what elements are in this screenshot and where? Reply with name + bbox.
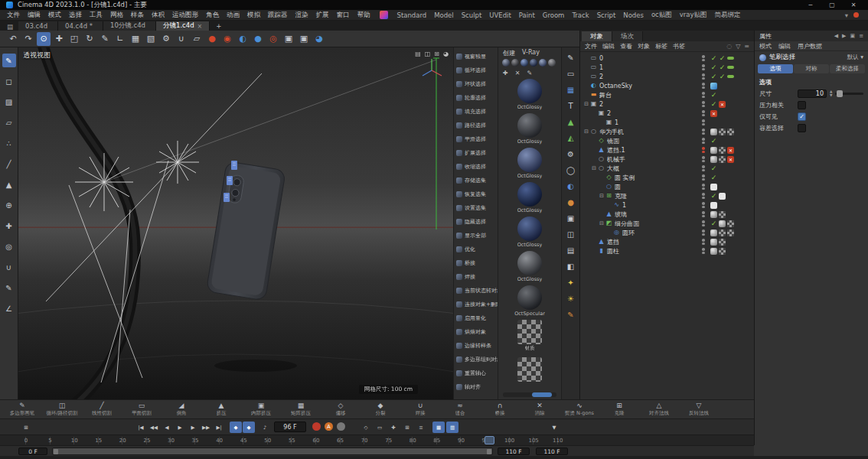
om-menu-item[interactable]: 查看	[620, 42, 632, 50]
visibility-dots[interactable]	[700, 220, 706, 226]
record-toggle[interactable]: ◆	[243, 422, 255, 433]
material-item[interactable]: 材质	[498, 318, 561, 353]
material-tool-icon[interactable]: ✎	[527, 70, 532, 76]
command-button[interactable]: 轮廓选择	[454, 91, 498, 105]
object-name[interactable]: 遮挡.1	[607, 146, 625, 155]
om-menu-item[interactable]: 书签	[673, 42, 685, 50]
mode-toolbar-icon[interactable]: ◎	[2, 239, 16, 253]
object-name[interactable]: 0	[599, 55, 603, 62]
object-tag-icon[interactable]	[719, 73, 726, 80]
modeling-tool-button[interactable]: ▣ 内部挤压	[241, 400, 281, 418]
command-button[interactable]: 平滑选择	[454, 132, 498, 146]
create-object-icon[interactable]: ☀	[565, 292, 577, 304]
document-tab[interactable]: 03.c4d	[18, 21, 58, 31]
create-object-icon[interactable]: ⚙	[565, 148, 577, 160]
mode-toolbar-icon[interactable]: ◻	[2, 74, 16, 88]
mode-toolbar-icon[interactable]: ∴	[2, 136, 16, 150]
modeling-tool-button[interactable]: ◫ 循环/路径切割	[42, 400, 82, 418]
playback-button[interactable]: |◀	[135, 422, 147, 433]
visibility-dots[interactable]	[700, 202, 706, 208]
object-tag-icon[interactable]	[719, 248, 726, 255]
layout-switch-icon[interactable]	[380, 11, 388, 19]
modeling-tool-button[interactable]: ∩ 桥接	[480, 400, 520, 418]
command-button[interactable]: 收缩选择	[454, 160, 498, 174]
expand-icon[interactable]: ⊟	[583, 129, 589, 135]
object-row[interactable]: 舞台	[580, 90, 754, 99]
visibility-dots[interactable]	[700, 147, 706, 153]
modeling-tool-button[interactable]: ◆ 分裂	[361, 400, 400, 418]
object-row[interactable]: 遮挡	[580, 237, 754, 246]
object-tag-icon[interactable]	[710, 184, 717, 190]
attr-menu-item[interactable]: 编辑	[778, 42, 791, 50]
material-tool-icon[interactable]: ✚	[503, 70, 508, 76]
visibility-dots[interactable]	[700, 73, 706, 80]
menu-item[interactable]: 动画	[223, 11, 243, 20]
menu-item[interactable]: 选择	[65, 11, 86, 20]
attr-menu-item[interactable]: 模式	[759, 42, 772, 50]
keyframe-record-button[interactable]	[337, 422, 345, 431]
visibility-dots[interactable]	[700, 64, 706, 70]
checkbox[interactable]	[798, 124, 806, 132]
panel-tab[interactable]: 场次	[612, 31, 643, 41]
expand-icon[interactable]: ⊟	[583, 101, 589, 107]
visibility-dots[interactable]	[700, 156, 706, 162]
slider-handle[interactable]	[837, 90, 843, 97]
command-button[interactable]: 填充选择	[454, 105, 498, 119]
menu-item[interactable]: 文件	[3, 11, 24, 20]
attr-header-icon[interactable]: ▶	[842, 33, 846, 39]
command-button[interactable]: 环状选择	[454, 77, 498, 91]
layout-item[interactable]: vray贴图	[676, 11, 711, 20]
menu-item[interactable]: 样条	[127, 11, 148, 20]
playback-button[interactable]: ▶	[187, 422, 199, 433]
object-row[interactable]: 0	[580, 54, 754, 63]
visibility-dots[interactable]	[700, 92, 706, 98]
object-tag-icon[interactable]	[727, 75, 734, 78]
object-tag-icon[interactable]	[727, 66, 734, 69]
menu-item[interactable]: 工具	[86, 11, 106, 20]
toolbar-icon[interactable]: ▦	[129, 32, 142, 46]
object-tag-icon[interactable]	[710, 92, 717, 99]
anim-option-toggle[interactable]: ▦	[432, 422, 445, 433]
command-button[interactable]: 当前状态转对象	[454, 284, 498, 298]
sound-icon[interactable]: ♪	[259, 422, 271, 433]
object-tag-icon[interactable]	[719, 230, 726, 236]
mode-toolbar-icon[interactable]: ∪	[2, 260, 16, 274]
toolbar-icon[interactable]: ∟	[113, 32, 127, 46]
attribute-tab[interactable]: 对称	[794, 64, 829, 73]
object-name[interactable]: 大概	[607, 164, 619, 173]
range-start-field[interactable]: 0 F	[18, 448, 47, 455]
create-object-icon[interactable]: ▣	[565, 212, 577, 224]
key-type-toggle[interactable]: ⊞	[401, 422, 413, 433]
om-header-icon[interactable]: ◌	[726, 43, 732, 50]
menu-item[interactable]: 跟踪器	[264, 11, 292, 20]
object-name[interactable]: 华为手机	[599, 128, 624, 136]
interface-caret-icon[interactable]: ▾	[843, 11, 850, 19]
visibility-dots[interactable]	[700, 55, 706, 61]
visibility-dots[interactable]	[700, 211, 706, 217]
layout-item[interactable]: Model	[430, 11, 458, 19]
object-name[interactable]: 圆 实例	[615, 174, 635, 182]
section-header[interactable]: 选项	[755, 74, 868, 88]
mode-toolbar-icon[interactable]: ╱	[2, 157, 16, 171]
create-object-icon[interactable]: ▦	[565, 83, 577, 96]
minimize-button[interactable]: ─	[802, 2, 819, 8]
expand-icon[interactable]: ⊟	[591, 165, 597, 171]
mode-toolbar-icon[interactable]: ✎	[2, 54, 16, 67]
modeling-tool-button[interactable]: ▲ 挤压	[201, 400, 241, 418]
visibility-dots[interactable]	[700, 248, 706, 254]
object-name[interactable]: 机械手	[607, 155, 625, 164]
object-name[interactable]: OctaneSky	[599, 83, 632, 90]
object-row[interactable]: 机械手	[580, 155, 754, 164]
object-tag-icon[interactable]	[710, 138, 717, 145]
command-button[interactable]: 存储选集	[454, 174, 498, 187]
object-name[interactable]: 2	[607, 110, 611, 117]
command-button[interactable]: 设置选集	[454, 201, 498, 215]
attr-header-icon[interactable]: ≡	[859, 33, 863, 39]
command-button[interactable]: 恢复选集	[454, 187, 498, 201]
menu-item[interactable]: 模拟	[243, 11, 264, 20]
modeling-tool-button[interactable]: ▭ 平面切割	[122, 400, 162, 418]
notification-dot-icon[interactable]	[853, 12, 859, 18]
keyframe-record-button[interactable]	[312, 422, 321, 431]
object-name[interactable]: 舞台	[599, 91, 612, 99]
modeling-tool-button[interactable]: ≈ 缝合	[440, 400, 480, 418]
